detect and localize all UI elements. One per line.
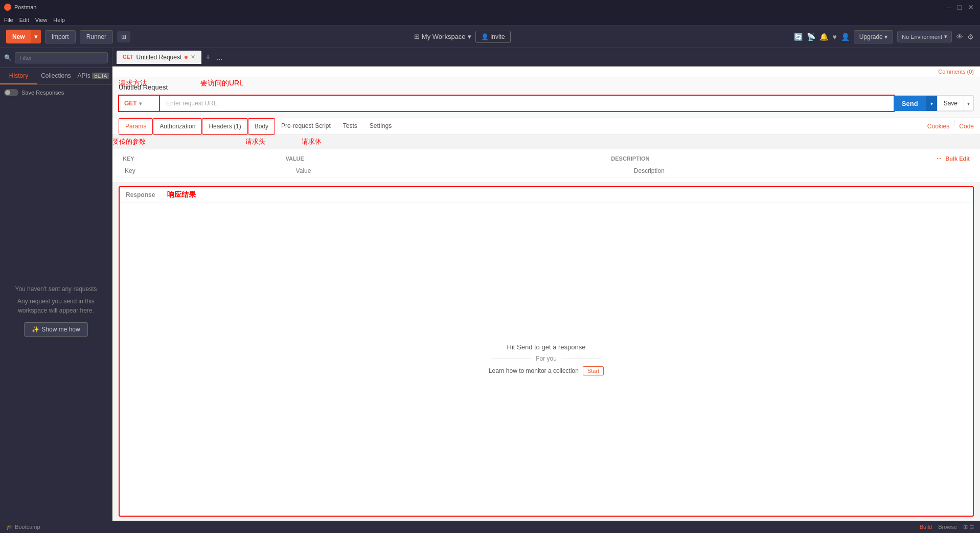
- window-controls[interactable]: – □ ✕: [945, 3, 976, 11]
- request-tab[interactable]: GET Untitled Request ✕: [117, 51, 201, 64]
- maximize-button[interactable]: □: [955, 3, 964, 11]
- workspace-selector[interactable]: ⊞ My Workspace ▾: [414, 33, 471, 40]
- menu-file[interactable]: File: [4, 17, 13, 23]
- cookies-link[interactable]: Cookies: [927, 119, 949, 134]
- save-responses-toggle[interactable]: [4, 89, 18, 96]
- comments-bar: Comments (0): [112, 66, 980, 77]
- tab-body[interactable]: Body: [248, 118, 275, 135]
- env-dropdown-icon: ▾: [944, 33, 947, 40]
- eye-icon[interactable]: 👁: [956, 33, 963, 41]
- sidebar-empty-state: You haven't sent any requests Any reques…: [0, 100, 112, 521]
- tab-close-button[interactable]: ✕: [191, 54, 195, 60]
- request-area: Untitled Request 请求方法 要访问的URL GET ▾: [112, 77, 980, 118]
- value-column-header: VALUE: [285, 156, 611, 162]
- new-dropdown-button[interactable]: ▾: [31, 30, 41, 43]
- tab-params[interactable]: Params: [119, 118, 153, 135]
- invite-button[interactable]: 👤 Invite: [475, 31, 511, 43]
- tab-modified-dot: [185, 56, 188, 59]
- code-link[interactable]: Code: [959, 119, 974, 134]
- params-table: KEY VALUE DESCRIPTION ··· Bulk Edit: [112, 149, 980, 182]
- environment-selector[interactable]: No Environment ▾: [897, 31, 952, 42]
- bell-icon[interactable]: 🔔: [819, 33, 828, 41]
- start-button[interactable]: Start: [583, 366, 604, 375]
- tab-settings[interactable]: Settings: [363, 118, 398, 135]
- gear-icon[interactable]: ⚙: [967, 33, 974, 41]
- tab-pre-request-script[interactable]: Pre-request Script: [275, 118, 337, 135]
- sidebar-tab-history[interactable]: History: [0, 68, 37, 84]
- menu-edit[interactable]: Edit: [19, 17, 29, 23]
- close-button[interactable]: ✕: [966, 3, 976, 11]
- save-dropdown-button[interactable]: ▾: [964, 96, 973, 111]
- monitor-label: Learn how to monitor a collection: [489, 367, 579, 374]
- menu-view[interactable]: View: [35, 17, 48, 23]
- save-button[interactable]: Save: [937, 96, 964, 111]
- monitor-row: Learn how to monitor a collection Start: [489, 366, 604, 375]
- status-bar-right: Build Browse ⊞ ⊟: [920, 524, 974, 530]
- bulk-edit-link[interactable]: Bulk Edit: [945, 156, 970, 162]
- save-responses-toggle-row: Save Responses: [0, 85, 112, 100]
- main-layout: 🔍 History Collections APIs BETA Save Res…: [0, 48, 980, 521]
- sidebar: 🔍 History Collections APIs BETA Save Res…: [0, 48, 112, 521]
- window-title: Postman: [14, 4, 36, 10]
- runner-button[interactable]: Runner: [80, 30, 113, 43]
- sidebar-tabs: History Collections APIs BETA: [0, 68, 112, 85]
- tab-authorization[interactable]: Authorization: [153, 118, 202, 135]
- description-column-header: DESCRIPTION: [611, 156, 937, 162]
- param-value-input[interactable]: [294, 166, 632, 175]
- menu-help[interactable]: Help: [53, 17, 65, 23]
- satellite-icon[interactable]: 📡: [807, 33, 815, 41]
- layout-switcher[interactable]: ⊞: [117, 31, 130, 42]
- request-tabs-right: Cookies | Code: [927, 119, 974, 134]
- sidebar-tab-apis[interactable]: APIs BETA: [75, 68, 112, 84]
- apis-beta-badge: BETA: [92, 73, 109, 79]
- bootcamp-label[interactable]: 🎓 Bootcamp: [6, 524, 40, 530]
- param-key-input[interactable]: [123, 166, 294, 175]
- layout-icon: ⊞: [121, 33, 126, 40]
- param-row: [119, 164, 974, 178]
- params-more-icon[interactable]: ···: [937, 156, 941, 162]
- content-area: GET Untitled Request ✕ + ... Comments (0…: [112, 48, 980, 521]
- sync-icon[interactable]: 🔄: [794, 33, 803, 41]
- postman-logo: [4, 4, 11, 11]
- browse-label[interactable]: Browse: [938, 524, 957, 530]
- bootcamp-icon: 🎓: [6, 524, 13, 530]
- toolbar-right: 🔄 📡 🔔 ♥ 👤 Upgrade ▾ No Environment ▾ 👁 ⚙: [794, 30, 974, 43]
- heart-icon[interactable]: ♥: [832, 33, 836, 41]
- import-button[interactable]: Import: [45, 30, 76, 43]
- send-button[interactable]: Send: [894, 96, 926, 111]
- new-button[interactable]: New: [6, 30, 31, 43]
- invite-icon: 👤: [481, 33, 489, 40]
- sidebar-tab-collections[interactable]: Collections: [37, 68, 75, 84]
- toolbar-center: ⊞ My Workspace ▾ 👤 Invite: [414, 31, 511, 43]
- send-dropdown-button[interactable]: ▾: [926, 96, 937, 111]
- add-tab-button[interactable]: +: [203, 53, 212, 62]
- empty-subtitle: Any request you send in this workspace w…: [10, 297, 102, 315]
- url-input[interactable]: [160, 96, 894, 111]
- annotation-body: 请求体: [302, 137, 322, 146]
- toolbar-left: New ▾ Import Runner ⊞: [6, 30, 130, 43]
- request-tabs-container: Params Authorization Headers (1) Body Pr…: [112, 118, 980, 135]
- tab-tests[interactable]: Tests: [337, 118, 363, 135]
- sidebar-filter-bar: 🔍: [0, 48, 112, 68]
- param-desc-input[interactable]: [632, 166, 970, 175]
- workspace-label: My Workspace: [422, 33, 466, 40]
- key-column-header: KEY: [123, 156, 285, 162]
- divider-right: [561, 359, 602, 359]
- more-tabs-button[interactable]: ...: [215, 53, 225, 61]
- for-you-label: For you: [536, 355, 557, 362]
- tab-headers[interactable]: Headers (1): [202, 118, 247, 135]
- status-bar: 🎓 Bootcamp Build Browse ⊞ ⊟: [0, 521, 980, 533]
- comments-link[interactable]: Comments (0): [938, 69, 974, 75]
- avatar-icon[interactable]: 👤: [841, 33, 850, 41]
- annotation-response: 响应结果: [167, 190, 196, 198]
- upgrade-button[interactable]: Upgrade ▾: [854, 30, 893, 43]
- method-selector[interactable]: GET ▾: [119, 96, 160, 111]
- workspace-dropdown-icon: ▾: [468, 33, 471, 40]
- request-tabs: Params Authorization Headers (1) Body Pr…: [112, 118, 980, 135]
- minimize-button[interactable]: –: [945, 3, 953, 11]
- show-me-how-button[interactable]: ✨ Show me how: [24, 322, 87, 337]
- build-label[interactable]: Build: [920, 524, 932, 530]
- divider-left: [491, 359, 532, 359]
- url-bar: GET ▾ Send ▾ Save ▾: [119, 95, 974, 112]
- filter-input[interactable]: [15, 52, 108, 63]
